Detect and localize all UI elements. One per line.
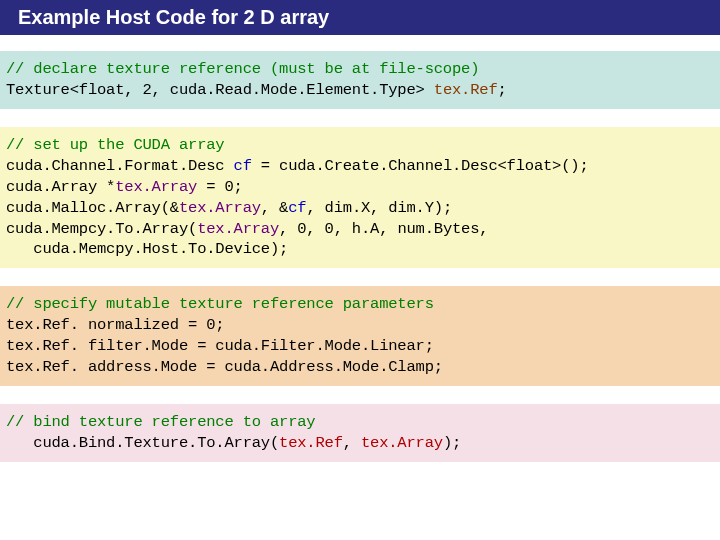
comment-line: // bind texture reference to array: [6, 413, 315, 431]
code-line: cuda.Malloc.Array(&tex.Array, &cf, dim.X…: [6, 199, 452, 217]
code-line: cuda.Bind.Texture.To.Array(tex.Ref, tex.…: [6, 434, 461, 452]
comment-line: // set up the CUDA array: [6, 136, 224, 154]
code-line: tex.Ref. normalized = 0;: [6, 316, 224, 334]
code-line: cuda.Memcpy.Host.To.Device);: [6, 240, 288, 258]
code-line: cuda.Mempcy.To.Array(tex.Array, 0, 0, h.…: [6, 220, 488, 238]
code-block-params: // specify mutable texture reference par…: [0, 286, 720, 386]
code-line: Texture<float, 2, cuda.Read.Mode.Element…: [6, 81, 507, 99]
code-line: cuda.Array *tex.Array = 0;: [6, 178, 243, 196]
slide-title: Example Host Code for 2 D array: [0, 0, 720, 35]
code-line: tex.Ref. address.Mode = cuda.Address.Mod…: [6, 358, 443, 376]
comment-line: // specify mutable texture reference par…: [6, 295, 434, 313]
code-line: cuda.Channel.Format.Desc cf = cuda.Creat…: [6, 157, 589, 175]
code-block-bind: // bind texture reference to array cuda.…: [0, 404, 720, 462]
code-block-declare: // declare texture reference (must be at…: [0, 51, 720, 109]
code-block-setup: // set up the CUDA array cuda.Channel.Fo…: [0, 127, 720, 269]
comment-line: // declare texture reference (must be at…: [6, 60, 479, 78]
code-line: tex.Ref. filter.Mode = cuda.Filter.Mode.…: [6, 337, 434, 355]
